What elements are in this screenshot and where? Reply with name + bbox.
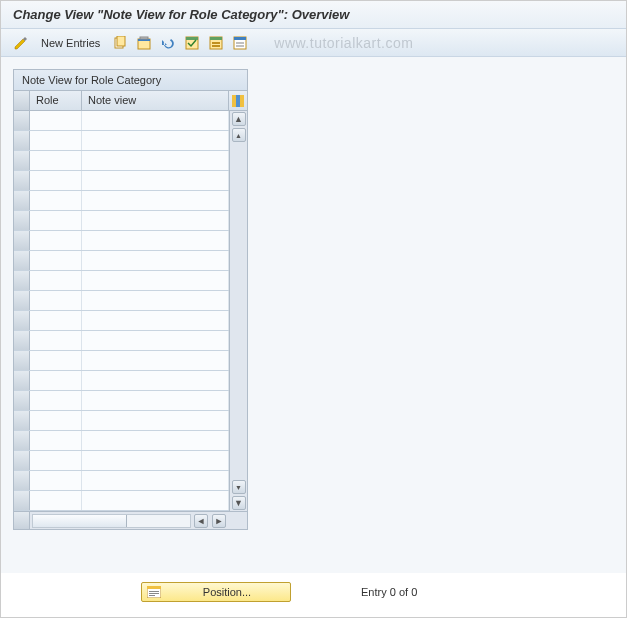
table-row[interactable] bbox=[14, 451, 229, 471]
cell-role[interactable] bbox=[30, 311, 82, 330]
cell-role[interactable] bbox=[30, 491, 82, 510]
configure-columns-icon[interactable] bbox=[229, 91, 247, 110]
horizontal-scrollbar[interactable] bbox=[32, 514, 191, 528]
row-selector[interactable] bbox=[14, 171, 30, 190]
scroll-up-icon[interactable]: ▲ bbox=[232, 112, 246, 126]
cell-role[interactable] bbox=[30, 171, 82, 190]
table-row[interactable] bbox=[14, 271, 229, 291]
scroll-up-step-icon[interactable]: ▲ bbox=[232, 128, 246, 142]
table-row[interactable] bbox=[14, 251, 229, 271]
table-row[interactable] bbox=[14, 151, 229, 171]
cell-note-view[interactable] bbox=[82, 131, 229, 150]
row-selector[interactable] bbox=[14, 471, 30, 490]
delete-icon[interactable] bbox=[134, 33, 154, 53]
row-selector[interactable] bbox=[14, 131, 30, 150]
table-row[interactable] bbox=[14, 331, 229, 351]
select-block-icon[interactable] bbox=[206, 33, 226, 53]
row-selector[interactable] bbox=[14, 351, 30, 370]
cell-note-view[interactable] bbox=[82, 171, 229, 190]
cell-note-view[interactable] bbox=[82, 211, 229, 230]
cell-note-view[interactable] bbox=[82, 271, 229, 290]
row-selector[interactable] bbox=[14, 151, 30, 170]
row-selector[interactable] bbox=[14, 291, 30, 310]
cell-note-view[interactable] bbox=[82, 111, 229, 130]
cell-note-view[interactable] bbox=[82, 311, 229, 330]
header-row-selector[interactable] bbox=[14, 91, 30, 110]
copy-as-icon[interactable] bbox=[110, 33, 130, 53]
column-header-note-view[interactable]: Note view bbox=[82, 91, 229, 110]
cell-role[interactable] bbox=[30, 471, 82, 490]
row-selector[interactable] bbox=[14, 411, 30, 430]
scroll-down-step-icon[interactable]: ▼ bbox=[232, 480, 246, 494]
deselect-all-icon[interactable] bbox=[230, 33, 250, 53]
cell-role[interactable] bbox=[30, 211, 82, 230]
cell-note-view[interactable] bbox=[82, 431, 229, 450]
row-selector[interactable] bbox=[14, 111, 30, 130]
cell-role[interactable] bbox=[30, 451, 82, 470]
row-selector[interactable] bbox=[14, 431, 30, 450]
table-row[interactable] bbox=[14, 391, 229, 411]
row-selector[interactable] bbox=[14, 231, 30, 250]
cell-note-view[interactable] bbox=[82, 291, 229, 310]
cell-note-view[interactable] bbox=[82, 331, 229, 350]
new-entries-button[interactable]: New Entries bbox=[35, 35, 106, 51]
hscroll-thumb[interactable] bbox=[33, 515, 127, 527]
table-row[interactable] bbox=[14, 291, 229, 311]
cell-role[interactable] bbox=[30, 371, 82, 390]
cell-role[interactable] bbox=[30, 291, 82, 310]
cell-role[interactable] bbox=[30, 391, 82, 410]
table-row[interactable] bbox=[14, 431, 229, 451]
cell-role[interactable] bbox=[30, 251, 82, 270]
cell-role[interactable] bbox=[30, 131, 82, 150]
table-row[interactable] bbox=[14, 231, 229, 251]
toggle-display-change-icon[interactable] bbox=[11, 33, 31, 53]
row-selector[interactable] bbox=[14, 311, 30, 330]
cell-role[interactable] bbox=[30, 151, 82, 170]
row-selector[interactable] bbox=[14, 211, 30, 230]
position-button[interactable]: Position... bbox=[141, 582, 291, 602]
cell-role[interactable] bbox=[30, 351, 82, 370]
row-selector[interactable] bbox=[14, 331, 30, 350]
select-all-icon[interactable] bbox=[182, 33, 202, 53]
table-row[interactable] bbox=[14, 311, 229, 331]
row-selector[interactable] bbox=[14, 371, 30, 390]
cell-note-view[interactable] bbox=[82, 151, 229, 170]
table-row[interactable] bbox=[14, 131, 229, 151]
row-selector[interactable] bbox=[14, 491, 30, 510]
cell-note-view[interactable] bbox=[82, 471, 229, 490]
table-row[interactable] bbox=[14, 171, 229, 191]
cell-role[interactable] bbox=[30, 191, 82, 210]
table-row[interactable] bbox=[14, 111, 229, 131]
vertical-scrollbar[interactable]: ▲ ▲ ▼ ▼ bbox=[229, 111, 247, 511]
row-selector[interactable] bbox=[14, 391, 30, 410]
cell-role[interactable] bbox=[30, 411, 82, 430]
row-selector[interactable] bbox=[14, 271, 30, 290]
table-row[interactable] bbox=[14, 471, 229, 491]
row-selector[interactable] bbox=[14, 191, 30, 210]
scroll-right-icon[interactable]: ► bbox=[212, 514, 226, 528]
column-header-role[interactable]: Role bbox=[30, 91, 82, 110]
table-row[interactable] bbox=[14, 491, 229, 511]
cell-note-view[interactable] bbox=[82, 451, 229, 470]
table-row[interactable] bbox=[14, 191, 229, 211]
cell-role[interactable] bbox=[30, 331, 82, 350]
table-row[interactable] bbox=[14, 411, 229, 431]
cell-note-view[interactable] bbox=[82, 371, 229, 390]
table-row[interactable] bbox=[14, 371, 229, 391]
cell-note-view[interactable] bbox=[82, 411, 229, 430]
table-row[interactable] bbox=[14, 351, 229, 371]
cell-note-view[interactable] bbox=[82, 191, 229, 210]
cell-note-view[interactable] bbox=[82, 351, 229, 370]
cell-note-view[interactable] bbox=[82, 251, 229, 270]
cell-note-view[interactable] bbox=[82, 491, 229, 510]
cell-note-view[interactable] bbox=[82, 231, 229, 250]
cell-role[interactable] bbox=[30, 111, 82, 130]
cell-note-view[interactable] bbox=[82, 391, 229, 410]
row-selector[interactable] bbox=[14, 451, 30, 470]
undo-change-icon[interactable] bbox=[158, 33, 178, 53]
cell-role[interactable] bbox=[30, 431, 82, 450]
scroll-down-icon[interactable]: ▼ bbox=[232, 496, 246, 510]
scroll-left-icon[interactable]: ◄ bbox=[194, 514, 208, 528]
cell-role[interactable] bbox=[30, 271, 82, 290]
cell-role[interactable] bbox=[30, 231, 82, 250]
